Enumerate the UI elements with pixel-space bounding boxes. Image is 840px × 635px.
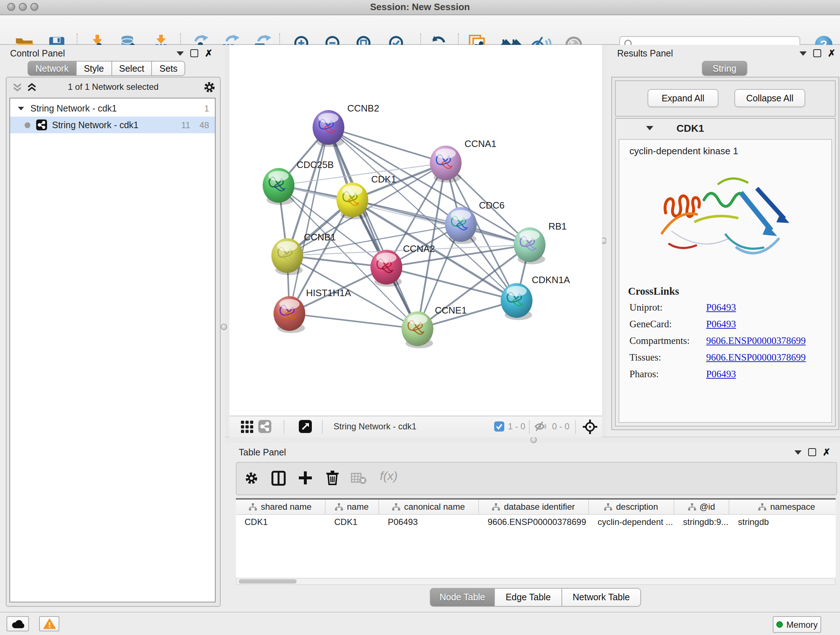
horizontal-splitter-handle[interactable] — [531, 437, 537, 443]
function-builder-icon[interactable]: f(x) — [380, 469, 398, 484]
show-columns-icon[interactable] — [271, 470, 286, 486]
left-splitter-handle[interactable] — [221, 324, 227, 330]
string-results-box: Expand All Collapse All CDK1 cyclin-depe… — [611, 77, 839, 430]
crosslink-row: Compartments:9606.ENSP00000378699 — [619, 333, 831, 349]
node-table: shared namenamecanonical namedatabase id… — [236, 498, 836, 579]
collapse-panel-icon[interactable] — [177, 51, 184, 55]
crosslink-link[interactable]: P06493 — [706, 302, 736, 313]
network-collection-row[interactable]: String Network - cdk1 1 — [10, 100, 215, 117]
collapse-card-icon[interactable] — [646, 126, 653, 130]
column-header-description[interactable]: description — [589, 500, 674, 514]
cloud-button[interactable] — [6, 616, 29, 631]
float-panel-icon[interactable] — [808, 448, 816, 456]
crosslink-link[interactable]: 9606.ENSP00000378699 — [706, 335, 806, 347]
window-title: Session: New Session — [0, 2, 840, 12]
results-buttons-box: Expand All Collapse All — [615, 80, 836, 117]
column-type-icon — [249, 503, 257, 511]
network-selection-info: 1 of 1 Network selected — [6, 82, 220, 92]
node-label-CCNB1: CCNB1 — [304, 232, 336, 242]
table-horizontal-scrollbar[interactable] — [236, 578, 836, 585]
birdseye-view-icon[interactable] — [299, 420, 312, 433]
network-edge-CCNB2-HIST1H1A[interactable] — [289, 127, 328, 314]
tab-select[interactable]: Select — [112, 61, 152, 76]
warnings-button[interactable] — [39, 616, 59, 631]
scrollbar-thumb[interactable] — [239, 579, 297, 584]
memory-button[interactable]: Memory — [773, 616, 821, 633]
tab-node-table[interactable]: Node Table — [430, 588, 495, 607]
results-panel: Results Panel ✗ String Expand All Collap… — [606, 45, 840, 437]
crosslink-row: Uniprot:P06493 — [619, 299, 831, 316]
tab-network-table[interactable]: Network Table — [562, 588, 641, 607]
table-toolbar: f(x) — [236, 462, 837, 495]
crosslink-link[interactable]: P06493 — [706, 318, 736, 330]
network-node-CDC25B[interactable]: CDC25B — [263, 159, 334, 205]
node-label-CDC6: CDC6 — [479, 200, 505, 211]
protein-card-header[interactable]: CDK1 — [616, 119, 835, 138]
network-graph[interactable]: CCNB2CCNA1CDC25BCDK1CDC6RB1CCNB1CCNA2CDK… — [229, 45, 602, 416]
crosslink-row: Tissues:9606.ENSP00000378699 — [619, 349, 831, 366]
grid-view-icon[interactable] — [241, 421, 253, 433]
network-node-CCNE1[interactable]: CCNE1 — [401, 305, 467, 348]
float-panel-icon[interactable] — [813, 49, 821, 57]
network-node-RB1[interactable]: RB1 — [514, 221, 567, 264]
control-panel-tabs: Network Style Select Sets — [27, 61, 186, 76]
fit-selected-icon[interactable] — [583, 419, 598, 434]
control-panel-title: Control Panel — [10, 49, 65, 59]
selected-count-label: 1 - 0 — [508, 421, 525, 432]
network-canvas[interactable]: CCNB2CCNA1CDC25BCDK1CDC6RB1CCNB1CCNA2CDK… — [229, 45, 602, 416]
crosslink-link[interactable]: 9606.ENSP00000378699 — [706, 352, 806, 363]
node-label-CCNE1: CCNE1 — [435, 305, 467, 316]
control-panel: Control Panel ✗ Network Style Select Set… — [0, 45, 225, 612]
close-panel-icon[interactable]: ✗ — [828, 50, 836, 57]
collapse-panel-icon[interactable] — [794, 450, 802, 454]
tab-network[interactable]: Network — [27, 61, 77, 76]
close-panel-icon[interactable]: ✗ — [823, 449, 831, 455]
float-panel-icon[interactable] — [190, 49, 198, 57]
add-column-icon[interactable] — [298, 470, 313, 485]
string-view-icon[interactable] — [258, 420, 271, 433]
node-label-CCNB2: CCNB2 — [347, 103, 379, 114]
column-header-databaseidentifier[interactable]: database identifier — [479, 500, 589, 514]
node-count: 11 — [181, 120, 190, 130]
left-splitter[interactable] — [225, 45, 229, 437]
column-header-namespace[interactable]: namespace — [729, 500, 836, 514]
delete-table-icon[interactable] — [351, 473, 367, 485]
network-edge-CCNA2-CDKN1A[interactable] — [386, 267, 516, 301]
collapse-panel-icon[interactable] — [799, 51, 807, 55]
crosslink-link[interactable]: P06493 — [706, 368, 736, 380]
hidden-eye-icon[interactable] — [535, 421, 548, 432]
table-tabs: Node Table Edge Table Network Table — [430, 588, 641, 607]
tab-string[interactable]: String — [702, 61, 747, 76]
tab-style[interactable]: Style — [77, 61, 112, 76]
network-edge-CCNB2-CCNE1[interactable] — [328, 127, 417, 329]
column-header-sharedname[interactable]: shared name — [236, 500, 325, 514]
column-header-name[interactable]: name — [325, 500, 379, 514]
network-node-CCNA1[interactable]: CCNA1 — [430, 138, 496, 182]
expand-all-button[interactable]: Expand All — [647, 89, 718, 107]
network-collection-label: String Network - cdk1 — [30, 103, 117, 113]
status-bar: Memory — [0, 612, 840, 635]
gear-icon[interactable] — [203, 81, 216, 93]
delete-column-icon[interactable] — [325, 470, 339, 486]
column-header-id[interactable]: @id — [674, 500, 729, 514]
crosslink-row: Pharos:P06493 — [619, 366, 831, 382]
network-node-CDC6[interactable]: CDC6 — [445, 200, 505, 244]
tab-sets[interactable]: Sets — [152, 61, 186, 76]
collapse-row-icon[interactable] — [18, 106, 24, 110]
tab-edge-table[interactable]: Edge Table — [495, 588, 562, 607]
network-edge-CCNB2-CCNA1[interactable] — [328, 127, 446, 163]
node-label-RB1: RB1 — [548, 221, 567, 232]
selected-checkbox-icon[interactable] — [494, 421, 504, 432]
gear-icon[interactable] — [245, 471, 258, 485]
network-node-HIST1H1A[interactable]: HIST1H1A — [273, 287, 351, 333]
crosslink-label: Pharos: — [619, 368, 706, 380]
column-type-icon — [393, 503, 401, 511]
close-panel-icon[interactable]: ✗ — [205, 50, 213, 57]
protein-description: cyclin-dependent kinase 1 — [619, 140, 831, 157]
network-edge-HIST1H1A-CCNE1[interactable] — [289, 314, 417, 329]
network-node-CDKN1A[interactable]: CDKN1A — [501, 274, 570, 320]
collapse-all-button[interactable]: Collapse All — [734, 89, 805, 107]
network-row-selected[interactable]: String Network - cdk1 11 48 — [10, 117, 215, 133]
table-row[interactable]: CDK1CDK1P064939606.ENSP00000378699cyclin… — [236, 515, 836, 529]
column-header-canonicalname[interactable]: canonical name — [379, 500, 479, 514]
